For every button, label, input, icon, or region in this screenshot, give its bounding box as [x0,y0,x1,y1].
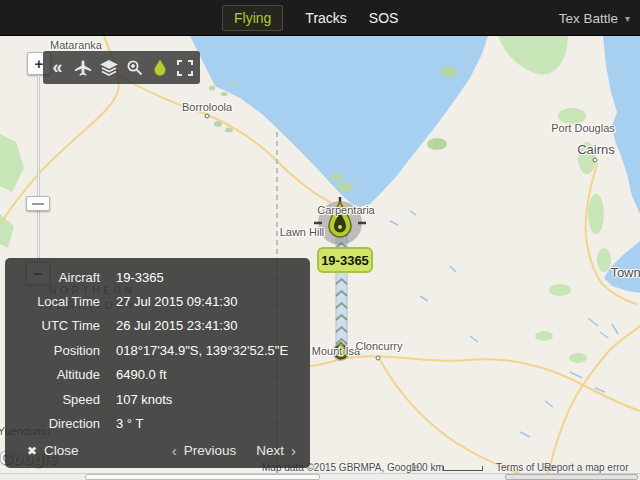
aircraft-icon[interactable] [72,57,94,79]
map-toolbar: « [43,51,200,84]
info-panel-rows: Aircraft19-3365Local Time27 Jul 2015 09:… [5,258,310,436]
map-label-borroloola: Borroloola [182,101,232,113]
previous-button[interactable]: ‹ Previous [172,442,237,459]
next-button[interactable]: Next › [256,442,296,459]
aircraft-chip-label[interactable]: 19-3365 [317,247,373,273]
map-label-lawn-hill: Lawn Hill [280,226,325,238]
map-town-dot [205,114,210,119]
nav-tabs: Flying Tracks SOS [222,0,398,36]
scale-bar [443,466,483,471]
map-label-cloncurry: Cloncurry [355,340,402,352]
info-row: Aircraft19-3365 [5,265,310,289]
scrollbar-thumb[interactable] [85,474,320,480]
map-label-cairns: Cairns [577,142,615,157]
close-icon: ✖ [27,444,37,458]
top-nav-bar: Flying Tracks SOS Tex Battle ▾ [0,0,640,36]
panel-footer: ✖ Close ‹ Previous Next › [5,442,310,459]
tab-tracks[interactable]: Tracks [305,10,346,26]
info-row: Position018°17'34.9"S, 139°32'52.5"E [5,338,310,362]
info-row-value: 107 knots [116,392,172,407]
user-name: Tex Battle [559,11,618,26]
map-label-townsville: Townsville [610,265,640,280]
telemetry-panel: Aircraft19-3365Local Time27 Jul 2015 09:… [5,258,310,468]
scrollbar-thumb-right[interactable] [505,474,638,480]
info-row-label: Position [5,343,100,358]
search-location-icon[interactable] [123,57,145,79]
map-label-mount-isa: Mount Isa [312,345,360,357]
tab-sos[interactable]: SOS [369,10,399,26]
info-row-value: 6490.0 ft [116,367,167,382]
rivers [390,211,618,437]
info-row-label: UTC Time [5,318,100,333]
zoom-slider-thumb[interactable] [26,196,50,211]
info-row-label: Aircraft [5,270,100,285]
map-label-carpentaria: Carpentaria [317,204,374,216]
info-row: Speed107 knots [5,387,310,411]
tab-flying[interactable]: Flying [222,5,283,31]
info-row: Direction3 ° T [5,411,310,435]
info-row-label: Direction [5,416,100,431]
previous-label: Previous [184,443,237,458]
scale-label: 100 km [411,462,444,473]
info-row-value: 26 Jul 2015 23:41:30 [116,318,237,333]
map-label-port-douglas: Port Douglas [551,122,615,134]
info-row: UTC Time26 Jul 2015 23:41:30 [5,314,310,338]
info-row-value: 27 Jul 2015 09:41:30 [116,294,237,309]
map-town-dot [376,356,381,361]
zoom-slider-track[interactable] [37,75,40,283]
info-row-label: Local Time [5,294,100,309]
chevron-down-icon: ▾ [625,13,630,24]
info-row-value: 19-3365 [116,270,164,285]
fullscreen-icon[interactable] [174,57,196,79]
marker-filter-icon[interactable] [149,57,171,79]
map-town-dot [593,158,598,163]
report-map-error-link[interactable]: Report a map error [544,462,628,473]
info-row: Local Time27 Jul 2015 09:41:30 [5,289,310,313]
water-gulf [190,36,488,207]
collapse-panel-icon[interactable]: « [47,57,69,79]
chevron-left-icon: ‹ [172,442,177,459]
map-label-mataranka: Mataranka [50,39,102,51]
chevron-right-icon: › [291,442,296,459]
user-menu[interactable]: Tex Battle ▾ [559,0,630,36]
app-window: MatarankaBorroloolaLawn HillCarpentariaM… [0,0,640,480]
layers-icon[interactable] [98,57,120,79]
info-row-value: 3 ° T [116,416,143,431]
info-row-value: 018°17'34.9"S, 139°32'52.5"E [116,343,288,358]
close-label: Close [44,443,79,458]
next-label: Next [256,443,284,458]
horizontal-scrollbar[interactable] [0,473,640,480]
info-row-label: Speed [5,392,100,407]
close-button[interactable]: ✖ Close [27,443,79,458]
info-row-label: Altitude [5,367,100,382]
info-row: Altitude6490.0 ft [5,363,310,387]
